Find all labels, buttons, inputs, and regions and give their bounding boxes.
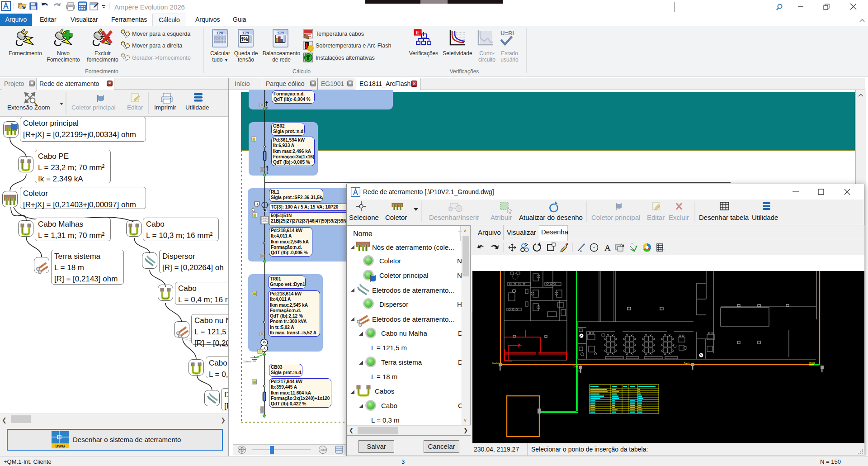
svg-text:4%: 4% (240, 36, 248, 43)
svg-text:100: 100 (320, 448, 326, 452)
svg-text:Cabo: Cabo (573, 365, 578, 368)
svg-text:A: A (604, 243, 611, 252)
svg-text:DWG: DWG (56, 444, 65, 448)
svg-text:51N: 51N (263, 220, 266, 222)
svg-text:Trech: Trech (684, 362, 690, 365)
svg-text:Coletor: Coletor (243, 360, 251, 363)
svg-text:E: E (416, 30, 419, 35)
svg-text:Medid: Medid (809, 361, 815, 364)
svg-text:50-51: 50-51 (263, 217, 267, 219)
svg-text:Medid: Medid (492, 362, 499, 365)
svg-text:U=RI: U=RI (500, 30, 514, 37)
